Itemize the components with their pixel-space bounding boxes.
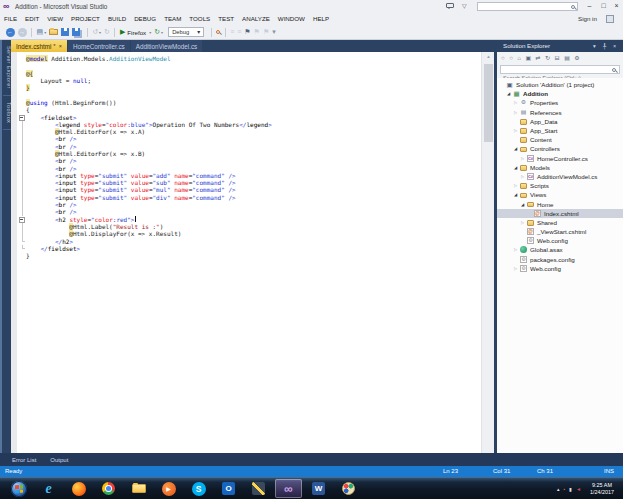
taskbar-media-player-icon[interactable]: ▶	[155, 479, 182, 498]
volume-icon[interactable]: ◄	[576, 486, 581, 492]
breakpoint-margin[interactable]	[11, 52, 17, 471]
se-show-all-files-icon[interactable]: ▤	[564, 53, 570, 63]
taskbar-skype-icon[interactable]: S	[185, 479, 212, 498]
code-line-17[interactable]: <input type="submit" value="add" name="c…	[18, 172, 272, 179]
se-back-icon[interactable]: ○	[501, 53, 505, 63]
outline-collapse-icon[interactable]	[18, 216, 26, 223]
close-button[interactable]: ×	[610, 0, 623, 12]
se-collapse-all-icon[interactable]: ⊟	[555, 53, 560, 63]
bookmark-icon[interactable]: ⚑	[244, 27, 250, 38]
tree-item-scripts[interactable]: ▷Scripts	[497, 181, 623, 190]
se-properties-icon[interactable]: ⚙	[574, 53, 579, 63]
code-line-10[interactable]: <legend style="color:blue">Operation Of …	[18, 121, 272, 128]
previous-bookmark-icon[interactable]: ⚑	[254, 27, 260, 38]
menu-team[interactable]: TEAM	[160, 13, 185, 25]
code-line-16[interactable]: <br />	[18, 164, 272, 171]
tree-item-home[interactable]: ◢Home	[497, 199, 623, 208]
menu-window[interactable]: WINDOW	[274, 13, 309, 25]
code-line-11[interactable]: @Html.EditorFor(x => x.A)	[18, 128, 272, 135]
new-file-icon[interactable]: ▤▾	[37, 27, 47, 38]
menu-project[interactable]: PROJECT	[67, 13, 104, 25]
redo-icon[interactable]: ↻	[104, 27, 110, 38]
tree-item-global-asax[interactable]: ▷Global.asax	[497, 245, 623, 254]
browser-link-refresh-icon[interactable]: ↻▾	[154, 27, 163, 38]
show-hidden-icons[interactable]: ▴	[557, 486, 560, 492]
feedback-icon[interactable]	[446, 3, 454, 8]
se-close-icon[interactable]: ×	[613, 40, 616, 52]
menu-edit[interactable]: EDIT	[21, 13, 43, 25]
user-avatar[interactable]	[606, 15, 614, 23]
code-line-19[interactable]: <input type="submit" value="mul" name="c…	[18, 186, 272, 193]
code-line-25[interactable]: @Html.DisplayFor(x => x.Result)	[18, 230, 272, 237]
tree-item-references[interactable]: ▷▤References	[497, 108, 623, 117]
tree-item-addition[interactable]: ◢▦Addition	[497, 89, 623, 98]
code-line-20[interactable]: <input type="submit" value="div" name="c…	[18, 194, 272, 201]
minimize-button[interactable]: –	[583, 0, 596, 12]
taskbar-paint-icon[interactable]	[335, 479, 362, 498]
menu-help[interactable]: HELP	[309, 13, 333, 25]
code-editor[interactable]: @model Addition.Models.AdditionViewModel…	[11, 52, 481, 471]
tray-app-icon[interactable]: ▪	[564, 486, 566, 492]
find-in-files-icon[interactable]	[216, 27, 220, 38]
tree-item-web-config[interactable]: ▷⚙Web.config	[497, 264, 623, 273]
tree-item-packages-config[interactable]: ⚙packages.config	[497, 255, 623, 264]
tree-item-index-cshtml[interactable]: @Index.cshtml	[497, 209, 623, 218]
se-home-icon[interactable]: ⌂	[517, 53, 521, 63]
network-icon[interactable]: ▮	[569, 486, 572, 492]
code-line-3[interactable]: @{	[18, 70, 272, 77]
code-line-18[interactable]: <input type="submit" value="sub" name="c…	[18, 179, 272, 186]
tree-item-app-data[interactable]: App_Data	[497, 117, 623, 126]
comment-out-icon[interactable]: ≡	[230, 27, 234, 38]
tree-item-app-start[interactable]: ▷App_Start	[497, 126, 623, 135]
taskbar-chrome-icon[interactable]	[95, 479, 122, 498]
tab-index-cshtml[interactable]: Index.cshtml*×	[11, 40, 67, 52]
tree-item-controllers[interactable]: ◢Controllers	[497, 144, 623, 153]
tab-homecontroller-cs[interactable]: HomeController.cs	[68, 40, 130, 52]
tab-additionviewmodel-cs[interactable]: AdditionViewModel.cs	[131, 40, 203, 52]
code-line-9[interactable]: <fieldset>	[18, 113, 272, 120]
tree-item-additionviewmodel-cs[interactable]: ▷C#AdditionViewModel.cs	[497, 172, 623, 181]
save-all-icon[interactable]	[72, 27, 82, 38]
solution-configurations-dropdown[interactable]: Debug▾	[166, 27, 206, 38]
se-pin-icon[interactable]: ╀	[603, 40, 606, 52]
undo-icon[interactable]: ↺▾	[92, 27, 101, 38]
code-line-2[interactable]	[18, 62, 272, 69]
nav-back-icon[interactable]: ←	[6, 27, 15, 38]
notifications-icon[interactable]: ▽	[462, 0, 467, 13]
uncomment-icon[interactable]: ≡	[237, 27, 241, 38]
code-line-8[interactable]: {	[18, 106, 272, 113]
se-scope-icon[interactable]: ▣	[525, 53, 531, 63]
taskbar-outlook-icon[interactable]: O	[215, 479, 242, 498]
tree-item-homecontroller-cs[interactable]: ▷C#HomeController.cs	[497, 154, 623, 163]
panel-tab-output[interactable]: Output	[50, 457, 68, 463]
solution-explorer-header[interactable]: Solution Explorer ▾╀×	[497, 40, 623, 52]
scroll-up-icon[interactable]: ▲	[482, 52, 495, 61]
taskbar-clock[interactable]: 9:25 AM1/24/2017	[585, 482, 619, 495]
tree-item-views[interactable]: ◢Views	[497, 190, 623, 199]
code-line-15[interactable]: <br />	[18, 157, 272, 164]
code-line-22[interactable]: <br />	[18, 208, 272, 215]
code-line-7[interactable]: @using (Html.BeginForm())	[18, 99, 272, 106]
menu-tools[interactable]: TOOLS	[185, 13, 214, 25]
tree-item-properties[interactable]: ▷⚙Properties	[497, 98, 623, 107]
taskbar-visual-studio-icon[interactable]: ∞	[275, 479, 302, 498]
tree-item-solution-addition-1-project[interactable]: ▣Solution 'Addition' (1 project)	[497, 80, 623, 89]
save-icon[interactable]	[61, 27, 69, 38]
outline-collapse-icon[interactable]	[18, 113, 26, 120]
code-line-24[interactable]: @Html.Label("Result is :")	[18, 223, 272, 230]
panel-tab-error-list[interactable]: Error List	[12, 457, 36, 463]
vertical-scrollbar[interactable]: ▲ ▼	[481, 52, 494, 471]
menu-debug[interactable]: DEBUG	[130, 13, 160, 25]
se-forward-icon[interactable]: ○	[509, 53, 513, 63]
taskbar-internet-explorer-icon[interactable]: e	[35, 479, 62, 498]
se-sync-icon[interactable]: ⇄	[536, 53, 541, 63]
menu-file[interactable]: FILE	[0, 13, 21, 25]
sign-in-button[interactable]: Sign in	[578, 13, 597, 25]
tree-item-viewstart-cshtml[interactable]: @_ViewStart.cshtml	[497, 227, 623, 236]
tree-item-shared[interactable]: ▷Shared	[497, 218, 623, 227]
taskbar-start-button[interactable]	[5, 479, 32, 498]
tree-item-content[interactable]: Content	[497, 135, 623, 144]
code-line-13[interactable]: <br />	[18, 143, 272, 150]
taskbar-snipping-tool-icon[interactable]	[245, 479, 272, 498]
tree-item-models[interactable]: ◢Models	[497, 163, 623, 172]
